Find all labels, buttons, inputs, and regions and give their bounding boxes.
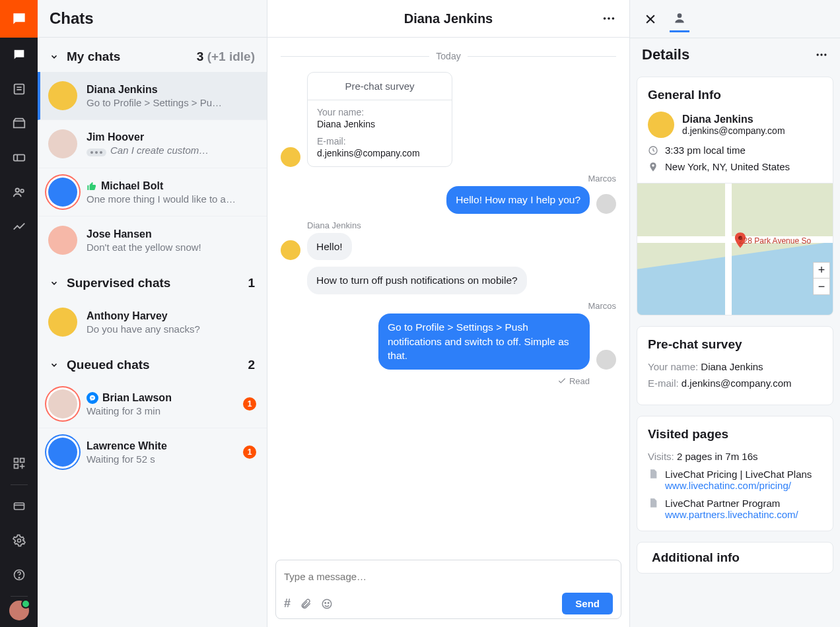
- send-button[interactable]: Send: [562, 593, 613, 614]
- map-zoom-out-button[interactable]: −: [814, 279, 829, 294]
- document-icon: [648, 498, 658, 520]
- nav-settings-icon[interactable]: [0, 523, 38, 558]
- chat-item-jim[interactable]: Jim Hoover Can I create custom…: [38, 120, 267, 168]
- prechat-survey-card: Pre-chat survey Your name: Diana Jenkins…: [637, 326, 833, 405]
- more-icon[interactable]: [602, 11, 616, 26]
- document-icon: [648, 469, 658, 491]
- typing-indicator-icon: [87, 148, 106, 156]
- svg-point-17: [17, 539, 20, 543]
- nav-team-icon[interactable]: [0, 175, 38, 209]
- chat-list-panel: Chats My chats 3 (+1 idle) Diana Jenkins…: [38, 0, 267, 627]
- page-url[interactable]: www.livechatinc.com/pricing/: [665, 480, 812, 491]
- svg-point-29: [817, 53, 819, 55]
- card-title: Pre-chat survey: [648, 337, 822, 352]
- avatar: [596, 194, 616, 214]
- chat-preview: Go to Profile > Settings > Pu…: [87, 97, 256, 108]
- group-label: Queued chats: [67, 358, 150, 372]
- chat-name: Brian Lawson: [87, 392, 243, 404]
- chat-preview: Don't eat the yellow snow!: [87, 242, 256, 253]
- chat-preview: Can I create custom…: [87, 145, 256, 156]
- nav-tickets-icon[interactable]: [0, 72, 38, 106]
- attach-icon[interactable]: [300, 598, 312, 610]
- nav-reports-icon[interactable]: [0, 209, 38, 244]
- sender-label: Marcos: [281, 174, 616, 183]
- group-my-chats[interactable]: My chats 3 (+1 idle): [38, 38, 267, 72]
- map-zoom-in-button[interactable]: +: [814, 263, 829, 279]
- svg-rect-15: [14, 503, 24, 510]
- nav-apps-icon[interactable]: [0, 446, 38, 480]
- chat-item-brian[interactable]: Brian Lawson Waiting for 3 min 1: [38, 380, 267, 428]
- conversation-header: Diana Jenkins: [267, 0, 629, 38]
- page-url[interactable]: www.partners.livechatinc.com/: [665, 509, 798, 520]
- card-title: Additional info: [637, 543, 833, 573]
- avatar: [648, 112, 674, 138]
- svg-point-1: [18, 53, 19, 54]
- unread-badge: 1: [243, 397, 256, 411]
- page-title: LiveChat Partner Program: [665, 498, 798, 509]
- message-composer: # Send: [275, 560, 621, 619]
- chat-name: Lawrence White: [87, 440, 243, 452]
- chevron-down-icon: [50, 360, 59, 370]
- message-input[interactable]: [284, 567, 613, 593]
- svg-point-31: [824, 53, 826, 55]
- svg-point-25: [328, 602, 330, 603]
- more-icon[interactable]: [815, 48, 828, 61]
- chat-item-diana[interactable]: Diana Jenkins Go to Profile > Settings >…: [38, 72, 267, 120]
- chat-item-jose[interactable]: Jose Hansen Don't eat the yellow snow!: [38, 216, 267, 264]
- chat-item-anthony[interactable]: Anthony Harvey Do you have any snacks?: [38, 298, 267, 346]
- date-divider: Today: [281, 51, 616, 61]
- nav-coupons-icon[interactable]: [0, 141, 38, 175]
- location-map[interactable]: 228 Park Avenue So + −: [637, 183, 833, 315]
- nav-chats-icon[interactable]: [0, 38, 38, 72]
- chat-preview: One more thing I would like to a…: [87, 193, 256, 205]
- avatar: [48, 81, 77, 110]
- svg-point-30: [820, 53, 822, 55]
- conversation-title: Diana Jenkins: [404, 11, 493, 26]
- tab-customer-info[interactable]: [670, 6, 689, 32]
- chevron-down-icon: [50, 52, 59, 61]
- thumbs-up-icon: [87, 181, 97, 191]
- chat-preview: Waiting for 52 s: [87, 453, 243, 465]
- nav-archive-icon[interactable]: [0, 106, 38, 141]
- brand-logo[interactable]: [0, 0, 38, 38]
- svg-point-23: [322, 599, 332, 609]
- avatar: [48, 308, 77, 337]
- chat-item-lawrence[interactable]: Lawrence White Waiting for 52 s 1: [38, 428, 267, 476]
- avatar: [281, 240, 300, 260]
- message-bubble: Hello!: [307, 233, 352, 261]
- group-queued-chats[interactable]: Queued chats 2: [38, 346, 267, 380]
- chevron-down-icon: [50, 279, 59, 288]
- svg-rect-10: [14, 459, 18, 463]
- chat-name: Diana Jenkins: [87, 84, 256, 96]
- messenger-icon: [87, 392, 98, 404]
- group-supervised-chats[interactable]: Supervised chats 1: [38, 264, 267, 298]
- emoji-icon[interactable]: [321, 598, 333, 610]
- hashtag-icon[interactable]: #: [284, 597, 291, 610]
- customer-email: d.jenkins@company.com: [682, 125, 785, 136]
- group-label: My chats: [67, 50, 120, 64]
- svg-point-19: [18, 578, 19, 578]
- svg-point-20: [604, 17, 606, 20]
- sender-label: Diana Jenkins: [307, 220, 616, 230]
- user-presence-avatar[interactable]: [9, 601, 29, 620]
- svg-point-24: [325, 602, 326, 603]
- avatar: [281, 147, 300, 167]
- chat-item-michael[interactable]: Michael Bolt One more thing I would like…: [38, 168, 267, 216]
- avatar: [48, 438, 77, 467]
- avatar: [48, 389, 77, 418]
- chat-preview: Do you have any snacks?: [87, 323, 256, 335]
- group-label: Supervised chats: [67, 276, 170, 290]
- visited-pages-card: Visited pages Visits: 2 pages in 7m 16s …: [637, 416, 833, 531]
- svg-point-0: [16, 53, 17, 54]
- chat-name: Michael Bolt: [87, 180, 256, 192]
- chat-name: Jose Hansen: [87, 228, 256, 240]
- general-info-card: General Info Diana Jenkins d.jenkins@com…: [637, 77, 833, 183]
- nav-help-icon[interactable]: [0, 558, 38, 592]
- svg-point-22: [612, 17, 615, 20]
- svg-point-8: [15, 189, 19, 193]
- close-details-button[interactable]: [641, 6, 660, 32]
- nav-billing-icon[interactable]: [0, 489, 38, 523]
- survey-title: Pre-chat survey: [308, 73, 452, 100]
- svg-rect-11: [20, 459, 24, 463]
- unread-badge: 1: [243, 446, 256, 459]
